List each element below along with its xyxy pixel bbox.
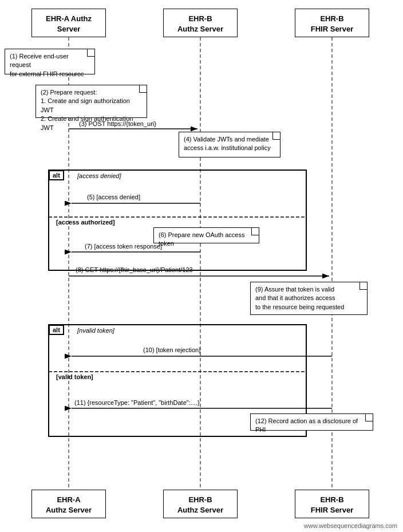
participant-ehr-b-authz-bottom: EHR-BAuthz Server [163,490,238,518]
alt1-condition-top: [access denied] [77,172,121,179]
participant-ehr-b-fhir-top: EHR-BFHIR Server [295,9,369,37]
label-msg3: (3) POST https://{token_uri} [79,120,156,127]
participant-ehr-a-authz-bottom: EHR-AAuthz Server [31,490,106,518]
note-msg2: (2) Prepare request:1. Create and sign a… [35,85,147,118]
alt1-label: alt [49,170,64,180]
participant-ehr-a-authz-top: EHR-A Authz Server [31,9,106,37]
label-msg7: (7) [access token response] [85,243,162,250]
alt2-label: alt [49,325,64,335]
footer: www.websequencediagrams.com [304,522,397,529]
participant-ehr-b-fhir-bottom: EHR-BFHIR Server [295,490,369,518]
arrows-svg [0,0,403,532]
note-msg6: (6) Prepare new OAuth access token [153,227,259,243]
label-msg8: (8) GET https://{fhir_base_uri}/Patient/… [76,266,193,273]
sequence-diagram: EHR-A Authz Server EHR-BAuthz Server EHR… [0,0,403,532]
note-msg4: (4) Validate JWTs and mediateaccess i.a.… [179,132,280,157]
label-msg11: (11) {resourceType: "Patient", "birthDat… [74,399,200,406]
participant-ehr-b-authz-top: EHR-BAuthz Server [163,9,238,37]
label-msg10: (10) [token rejection] [143,346,200,353]
alt1-condition-bottom: [access authorized] [56,219,115,226]
label-msg5: (5) [access denied] [87,194,140,200]
alt2-condition-top: [nvalid token] [77,327,114,334]
note-msg9: (9) Assure that token is validand that i… [250,282,368,315]
note-msg1: (1) Receive end-user requestfor external… [5,49,95,74]
alt2-condition-bottom: [valid token] [56,373,93,380]
note-msg12: (12) Record action as a disclosure of PH… [250,413,373,431]
